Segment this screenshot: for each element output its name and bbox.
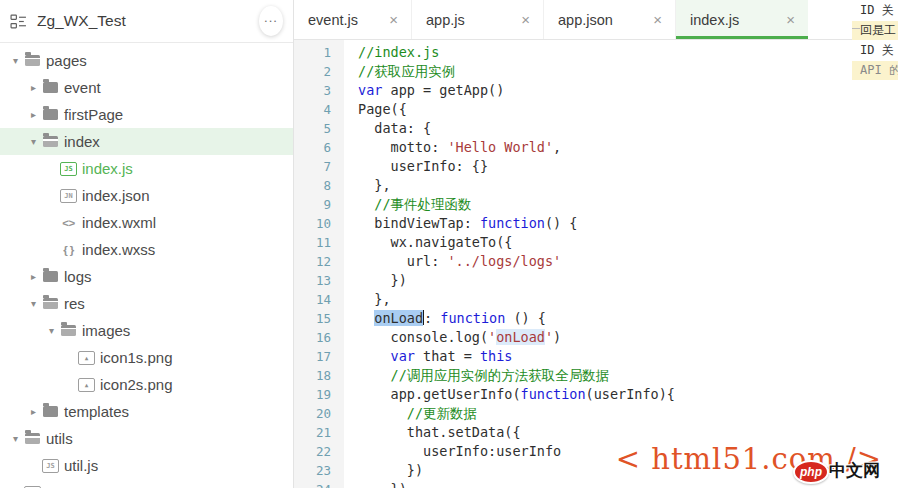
panel-text-line: 回是工 (852, 21, 898, 40)
tree-item-images[interactable]: ▾images (0, 317, 293, 344)
tree-item-index.wxss[interactable]: { }index.wxss (0, 236, 293, 263)
tab-index.js[interactable]: index.js× (676, 0, 808, 39)
tree-item-label: index.json (82, 187, 150, 204)
line-number: 19 (294, 385, 344, 404)
code-text[interactable]: console.log('onLoad') (344, 328, 561, 347)
code-text[interactable]: }) (344, 480, 407, 488)
code-line: 8 }, (294, 176, 898, 195)
tree-item-res[interactable]: ▾res (0, 290, 293, 317)
chevron-down-icon[interactable]: ▾ (26, 298, 41, 309)
chevron-right-icon[interactable]: ▸ (26, 82, 41, 93)
code-editor[interactable]: 1//index.js2//获取应用实例3var app = getApp()4… (294, 40, 898, 488)
code-line: 20 //更新数据 (294, 404, 898, 423)
code-text[interactable]: onLoad: function () { (344, 309, 546, 328)
code-line: 16 console.log('onLoad') (294, 328, 898, 347)
sidebar-header: Zg_WX_Test ... (0, 0, 293, 43)
code-text[interactable]: motto: 'Hello World', (344, 138, 561, 157)
line-number: 2 (294, 62, 344, 81)
wxss-file-icon: { } (60, 244, 77, 256)
close-icon[interactable]: × (786, 11, 795, 28)
folder-open-icon (61, 325, 76, 336)
code-line: 5 data: { (294, 119, 898, 138)
tab-label: app.js (426, 12, 465, 28)
code-line: 2//获取应用实例 (294, 62, 898, 81)
folder-open-icon (25, 55, 40, 66)
line-number: 8 (294, 176, 344, 195)
line-number: 10 (294, 214, 344, 233)
code-text[interactable]: //index.js (344, 43, 439, 62)
code-text[interactable]: data: { (344, 119, 431, 138)
code-text[interactable]: userInfo:userInfo (344, 442, 561, 461)
tab-app.js[interactable]: app.js× (412, 0, 544, 39)
close-icon[interactable]: × (389, 11, 398, 28)
tree-item-pages[interactable]: ▾pages (0, 47, 293, 74)
code-line: 7 userInfo: {} (294, 157, 898, 176)
code-text[interactable]: //更新数据 (344, 404, 477, 423)
code-text[interactable]: //调用应用实例的方法获取全局数据 (344, 366, 609, 385)
line-number: 4 (294, 100, 344, 119)
tree-item-templates[interactable]: ▸templates (0, 398, 293, 425)
tree-item-partial[interactable]: JS (0, 479, 293, 488)
tree-item-utils[interactable]: ▾utils (0, 425, 293, 452)
code-text[interactable]: }) (344, 271, 407, 290)
line-number: 5 (294, 119, 344, 138)
code-text[interactable]: var app = getApp() (344, 81, 504, 100)
php-logo-text: 中文网 (829, 461, 880, 480)
code-text[interactable]: bindViewTap: function() { (344, 214, 577, 233)
more-options-button[interactable]: ... (259, 6, 283, 36)
chevron-right-icon[interactable]: ▸ (26, 271, 41, 282)
wxml-file-icon: <> (60, 217, 77, 229)
code-text[interactable]: wx.navigateTo({ (344, 233, 512, 252)
line-number: 16 (294, 328, 344, 347)
chevron-down-icon[interactable]: ▾ (26, 136, 41, 147)
tab-event.js[interactable]: event.js× (294, 0, 412, 39)
chevron-down-icon[interactable]: ▾ (8, 433, 23, 444)
code-text[interactable]: //事件处理函数 (344, 195, 472, 214)
code-line: 9 //事件处理函数 (294, 195, 898, 214)
line-number: 7 (294, 157, 344, 176)
chevron-down-icon[interactable]: ▾ (8, 55, 23, 66)
tree-item-icon1s.png[interactable]: ▲icon1s.png (0, 344, 293, 371)
code-text[interactable]: }, (344, 176, 391, 195)
line-number: 21 (294, 423, 344, 442)
code-text[interactable]: Page({ (344, 100, 407, 119)
code-text[interactable]: }) (344, 461, 423, 480)
tree-item-label: util.js (64, 457, 98, 474)
json-file-icon: JN (60, 189, 77, 203)
project-tree-icon[interactable] (10, 13, 27, 30)
chevron-right-icon[interactable]: ▸ (26, 109, 41, 120)
line-number: 14 (294, 290, 344, 309)
tab-app.json[interactable]: app.json× (544, 0, 676, 39)
code-text[interactable]: that.setData({ (344, 423, 521, 442)
tree-item-icon2s.png[interactable]: ▲icon2s.png (0, 371, 293, 398)
folder-open-icon (25, 433, 40, 444)
close-icon[interactable]: × (653, 11, 662, 28)
tree-item-index.js[interactable]: JSindex.js (0, 155, 293, 182)
panel-text-line: ID 关 (852, 1, 898, 20)
tree-item-index.wxml[interactable]: <>index.wxml (0, 209, 293, 236)
code-text[interactable]: }, (344, 290, 391, 309)
folder-icon (43, 109, 58, 120)
code-text[interactable]: //获取应用实例 (344, 62, 455, 81)
line-number: 1 (294, 43, 344, 62)
close-icon[interactable]: × (521, 11, 530, 28)
tree-item-firstPage[interactable]: ▸firstPage (0, 101, 293, 128)
code-text[interactable]: var that = this (344, 347, 512, 366)
line-number: 11 (294, 233, 344, 252)
tree-item-logs[interactable]: ▸logs (0, 263, 293, 290)
code-line: 6 motto: 'Hello World', (294, 138, 898, 157)
chevron-down-icon[interactable]: ▾ (44, 325, 59, 336)
chevron-right-icon[interactable]: ▸ (26, 406, 41, 417)
tree-item-event[interactable]: ▸event (0, 74, 293, 101)
tab-label: event.js (308, 12, 358, 28)
js-file-icon: JS (60, 162, 77, 176)
code-text[interactable]: app.getUserInfo(function(userInfo){ (344, 385, 675, 404)
tree-item-util.js[interactable]: JSutil.js (0, 452, 293, 479)
code-line: 10 bindViewTap: function() { (294, 214, 898, 233)
file-tree: ▾pages▸event▸firstPage▾indexJSindex.jsJN… (0, 43, 293, 488)
code-text[interactable]: url: '../logs/logs' (344, 252, 561, 271)
tree-item-index.json[interactable]: JNindex.json (0, 182, 293, 209)
panel-divider-line (852, 28, 860, 29)
tree-item-index[interactable]: ▾index (0, 128, 293, 155)
code-text[interactable]: userInfo: {} (344, 157, 488, 176)
